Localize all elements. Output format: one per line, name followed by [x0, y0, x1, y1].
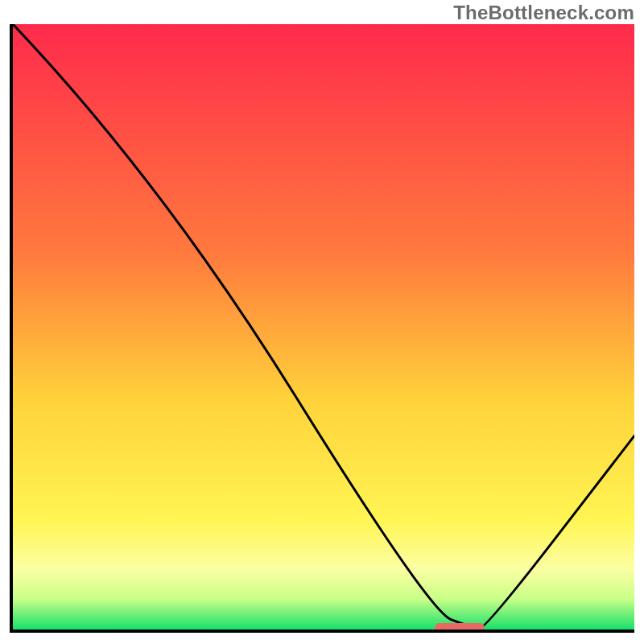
chart-container: TheBottleneck.com: [0, 0, 644, 644]
plot-area: [10, 24, 634, 633]
curve-svg: [13, 24, 634, 630]
optimum-marker: [435, 623, 485, 633]
bottleneck-curve-path: [13, 24, 634, 629]
watermark-text: TheBottleneck.com: [453, 2, 634, 24]
